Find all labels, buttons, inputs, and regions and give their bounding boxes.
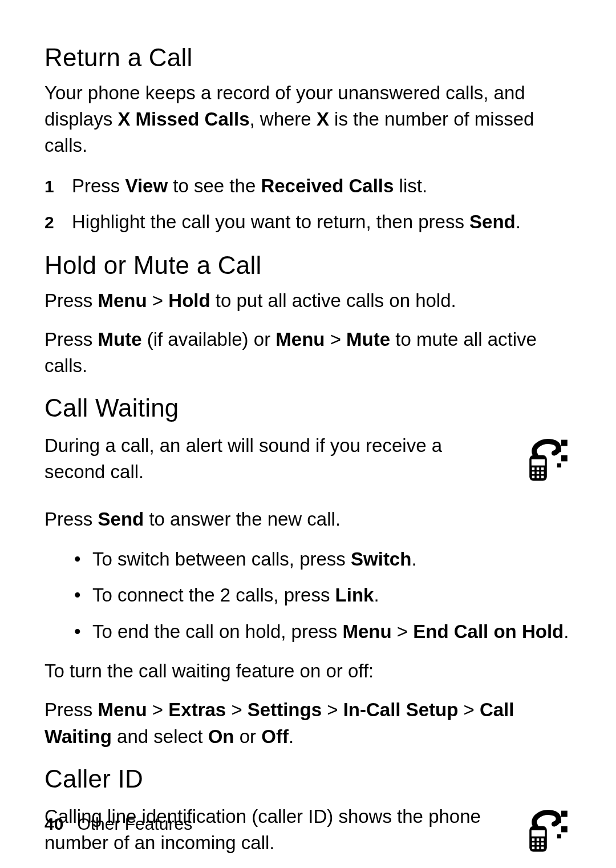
svg-rect-16 xyxy=(532,830,545,837)
svg-rect-26 xyxy=(561,810,568,817)
svg-rect-10 xyxy=(541,476,544,479)
hold-p2: Press Mute (if available) or Menu > Mute… xyxy=(44,326,572,379)
svg-rect-19 xyxy=(541,838,544,841)
svg-rect-14 xyxy=(557,463,561,467)
caller-id-intro-row: Calling line identification (caller ID) … xyxy=(44,801,572,868)
page-footer: 40Other Features xyxy=(44,814,192,834)
svg-rect-1 xyxy=(532,459,545,466)
svg-rect-25 xyxy=(541,846,544,849)
call-waiting-toggle-path: Press Menu > Extras > Settings > In-Call… xyxy=(44,697,572,749)
page-number: 40 xyxy=(44,814,63,833)
svg-rect-27 xyxy=(561,826,568,832)
step-2: 2 Highlight the call you want to return,… xyxy=(44,208,572,236)
svg-rect-17 xyxy=(532,838,535,841)
call-waiting-press-send: Press Send to answer the new call. xyxy=(44,506,572,532)
svg-rect-3 xyxy=(537,467,540,470)
phone-network-icon xyxy=(520,433,572,484)
step-text: Highlight the call you want to return, t… xyxy=(72,208,521,236)
svg-rect-21 xyxy=(537,842,540,845)
document-page: Return a Call Your phone keeps a record … xyxy=(0,0,616,868)
svg-rect-2 xyxy=(532,467,535,470)
footer-section-name: Other Features xyxy=(77,814,192,833)
svg-rect-9 xyxy=(537,476,540,479)
step-number: 1 xyxy=(44,173,72,199)
call-waiting-toggle-intro: To turn the call waiting feature on or o… xyxy=(44,658,572,684)
svg-rect-6 xyxy=(537,472,540,475)
hold-p1: Press Menu > Hold to put all active call… xyxy=(44,288,572,314)
svg-rect-28 xyxy=(557,819,561,823)
phone-network-icon xyxy=(520,804,572,855)
step-1: 1 Press View to see the Received Calls l… xyxy=(44,172,572,200)
svg-rect-11 xyxy=(561,440,568,446)
step-text: Press View to see the Received Calls lis… xyxy=(72,172,427,200)
svg-rect-20 xyxy=(532,842,535,845)
svg-rect-24 xyxy=(537,846,540,849)
heading-return-a-call: Return a Call xyxy=(44,43,572,72)
svg-rect-22 xyxy=(541,842,544,845)
call-waiting-bullets: To switch between calls, press Switch. T… xyxy=(44,545,572,646)
svg-rect-4 xyxy=(541,467,544,470)
svg-rect-7 xyxy=(541,472,544,475)
svg-rect-13 xyxy=(557,448,561,452)
svg-rect-23 xyxy=(532,846,535,849)
bullet-link: To connect the 2 calls, press Link. xyxy=(74,581,572,609)
svg-rect-5 xyxy=(532,472,535,475)
heading-call-waiting: Call Waiting xyxy=(44,394,572,422)
bullet-end-call-on-hold: To end the call on hold, press Menu > En… xyxy=(74,617,572,646)
bullet-switch: To switch between calls, press Switch. xyxy=(74,545,572,574)
heading-caller-id: Caller ID xyxy=(44,765,572,793)
heading-hold-or-mute: Hold or Mute a Call xyxy=(44,251,572,280)
svg-rect-12 xyxy=(561,455,568,462)
call-waiting-intro-row: During a call, an alert will sound if yo… xyxy=(44,430,572,498)
step-number: 2 xyxy=(44,209,72,235)
svg-rect-29 xyxy=(557,834,561,838)
svg-rect-8 xyxy=(532,476,535,479)
intro-return-a-call: Your phone keeps a record of your unansw… xyxy=(44,80,572,159)
svg-rect-18 xyxy=(537,838,540,841)
steps-return-a-call: 1 Press View to see the Received Calls l… xyxy=(44,172,572,236)
call-waiting-intro: During a call, an alert will sound if yo… xyxy=(44,433,506,485)
